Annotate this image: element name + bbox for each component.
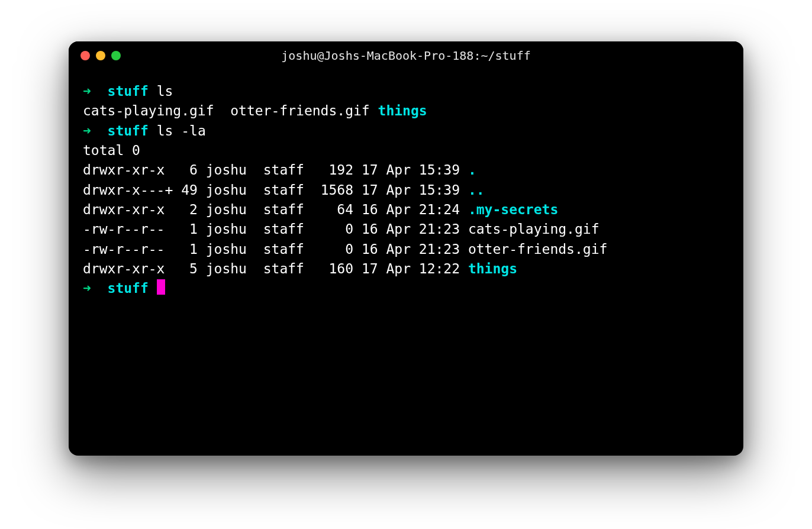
window-title: joshu@Joshs-MacBook-Pro-188:~/stuff [281,49,530,63]
traffic-lights [80,51,121,60]
group: staff [263,221,304,237]
terminal-window: joshu@Joshs-MacBook-Pro-188:~/stuff ➜ st… [69,41,743,456]
lsla-row: drwxr-xr-x 2 joshu staff 64 16 Apr 21:24… [83,200,729,220]
date: 16 Apr 21:23 [362,241,460,257]
size: 64 [321,202,353,217]
group: staff [263,162,304,178]
filename: .. [468,182,485,198]
links: 2 [181,202,198,217]
owner: joshu [206,241,247,257]
lsla-row: -rw-r--r-- 1 joshu staff 0 16 Apr 21:23 … [83,220,729,239]
links: 1 [181,241,198,257]
prompt-line-2: ➜ stuff ls -la [83,121,729,141]
lsla-row: drwxr-x---+ 49 joshu staff 1568 17 Apr 1… [83,180,729,200]
perms: -rw-r--r-- [83,241,181,257]
ls-file-1: cats-playing.gif [83,103,214,118]
filename: . [468,162,476,178]
lsla-row: drwxr-xr-x 5 joshu staff 160 17 Apr 12:2… [83,259,729,279]
perms: drwxr-xr-x [83,162,181,178]
lsla-row: -rw-r--r-- 1 joshu staff 0 16 Apr 21:23 … [83,240,729,259]
group: staff [263,202,304,217]
owner: joshu [206,202,247,217]
owner: joshu [206,221,247,237]
perms: drwxr-x---+ [83,182,181,198]
date: 16 Apr 21:24 [362,202,460,217]
owner: joshu [206,261,247,276]
perms: -rw-r--r-- [83,221,181,237]
date: 16 Apr 21:23 [362,221,460,237]
cursor [157,279,165,295]
minimize-button[interactable] [96,51,105,60]
links: 49 [181,182,198,198]
prompt-cwd: stuff [108,123,149,138]
date: 17 Apr 12:22 [362,261,460,276]
command-lsla: ls -la [157,123,206,138]
date: 17 Apr 15:39 [362,182,460,198]
perms: drwxr-xr-x [83,202,181,217]
prompt-arrow-icon: ➜ [83,83,91,99]
group: staff [263,241,304,257]
filename: otter-friends.gif [468,241,607,257]
command-ls: ls [157,83,173,99]
size: 1568 [321,182,353,198]
size: 160 [321,261,353,276]
prompt-line-3: ➜ stuff [83,279,729,298]
size: 192 [321,162,353,178]
links: 6 [181,162,198,178]
group: staff [263,182,304,198]
owner: joshu [206,162,247,178]
prompt-cwd: stuff [108,280,149,296]
prompt-line-1: ➜ stuff ls [83,82,729,101]
ls-output-line: cats-playing.gif otter-friends.gif thing… [83,101,729,121]
links: 5 [181,261,198,276]
lsla-row: drwxr-xr-x 6 joshu staff 192 17 Apr 15:3… [83,160,729,180]
prompt-arrow-icon: ➜ [83,123,91,138]
terminal-body[interactable]: ➜ stuff lscats-playing.gif otter-friends… [69,70,743,456]
size: 0 [321,241,353,257]
perms: drwxr-xr-x [83,261,181,276]
date: 17 Apr 15:39 [362,162,460,178]
filename: .my-secrets [468,202,558,217]
titlebar: joshu@Joshs-MacBook-Pro-188:~/stuff [69,41,743,70]
owner: joshu [206,182,247,198]
maximize-button[interactable] [111,51,121,60]
filename: things [468,261,517,276]
group: staff [263,261,304,276]
filename: cats-playing.gif [468,221,600,237]
close-button[interactable] [80,51,90,60]
prompt-cwd: stuff [108,83,149,99]
ls-file-2: otter-friends.gif [230,103,369,118]
lsla-total-line: total 0 [83,141,729,160]
links: 1 [181,221,198,237]
prompt-arrow-icon: ➜ [83,280,91,296]
ls-dir-1: things [378,103,427,118]
size: 0 [321,221,353,237]
